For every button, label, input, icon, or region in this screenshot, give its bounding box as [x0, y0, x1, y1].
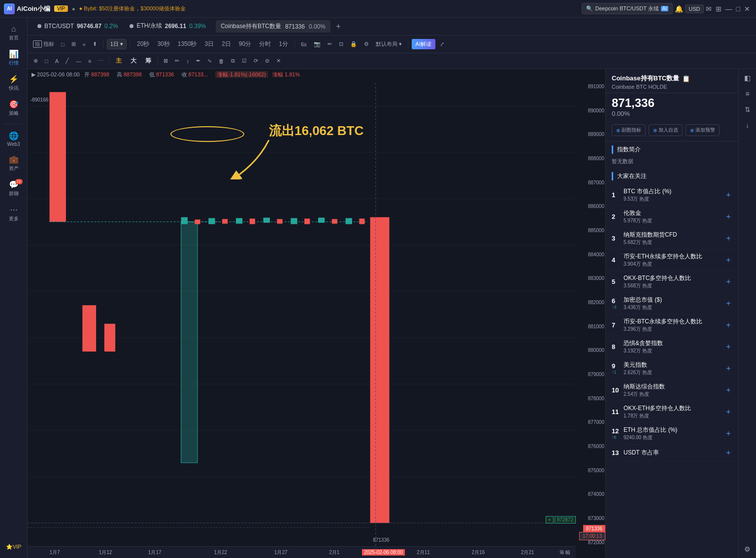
draw-copy[interactable]: ⧉ [228, 56, 238, 66]
mail-icon[interactable]: ✉ [704, 4, 714, 14]
draw-clear[interactable]: ✕ [273, 56, 284, 66]
action-add-alert[interactable]: ⊕ 添加预警 [686, 124, 720, 136]
ai-interpret-btn[interactable]: AI解读 [412, 39, 435, 49]
watch-add-11[interactable]: ＋ [724, 407, 732, 417]
watch-add-4[interactable]: ＋ [724, 255, 732, 265]
search-bar[interactable]: 🔍 Deepcoin BTC/USDT 永续 AI [582, 3, 673, 14]
sidebar-item-more[interactable]: ⋯ 更多 [2, 202, 26, 225]
sidebar-item-home[interactable]: ⌂ 首页 [2, 22, 26, 44]
close-icon[interactable]: ✕ [742, 4, 752, 14]
timeframe-1d-select[interactable]: 1日 ▾ [107, 39, 127, 49]
watch-add-12[interactable]: ＋ [724, 428, 732, 439]
watch-item-8[interactable]: 8 恐惧&贪婪指数 3.192万 热度 ＋ [606, 336, 738, 358]
watch-item-12[interactable]: 12 ↑6 ETH 总市值占比 (%) 9240.00 热度 ＋ [606, 423, 738, 445]
watch-add-5[interactable]: ＋ [724, 277, 732, 287]
far-right-settings-icon[interactable]: ⚙ [742, 543, 753, 555]
draw-hline[interactable]: — [73, 57, 84, 66]
grid-icon[interactable]: ⊞ [714, 4, 723, 14]
draw-filter[interactable]: ⊘ [262, 56, 272, 66]
maximize-icon[interactable]: □ [734, 4, 742, 14]
crop-btn[interactable]: ⊡ [336, 39, 346, 49]
tf-1min[interactable]: 1分 [276, 38, 291, 50]
draw-btn[interactable]: ✏ [325, 39, 334, 49]
minimize-icon[interactable]: — [723, 4, 734, 14]
camera-btn[interactable]: 📷 [311, 39, 323, 49]
watch-item-11[interactable]: 11 OKX-ETH多空持仓人数比 1.78万 热度 ＋ [606, 401, 738, 423]
tf-2d[interactable]: 2日 [219, 38, 234, 50]
draw-box[interactable]: ⊠ [161, 56, 171, 66]
action-add-watch[interactable]: ⊕ 加入自选 [649, 124, 683, 136]
watch-add-9[interactable]: ＋ [724, 363, 732, 374]
sidebar-item-assets[interactable]: 💼 资产 [2, 152, 26, 175]
watch-add-2[interactable]: ＋ [724, 211, 732, 222]
currency-btn[interactable]: USD [685, 4, 703, 13]
far-right-list-icon[interactable]: ≡ [743, 88, 751, 100]
draw-wave[interactable]: ∿ [204, 56, 215, 66]
draw-rotate[interactable]: ⟳ [251, 56, 261, 66]
tf-30s[interactable]: 30秒 [154, 38, 172, 50]
draw-rect[interactable]: □ [42, 57, 51, 66]
draw-arrow[interactable]: ↕ [183, 57, 192, 66]
draw-main[interactable]: 主 [112, 55, 126, 67]
watch-item-5[interactable]: 5 OKX-BTC多空持仓人数比 3.568万 热度 ＋ [606, 271, 738, 293]
watch-item-10[interactable]: 10 纳斯达综合指数 2.54万 热度 ＋ [606, 380, 738, 401]
tab-add-btn[interactable]: ＋ [330, 21, 346, 32]
tf-3d[interactable]: 3日 [201, 38, 217, 50]
tf-90min[interactable]: 90分 [236, 38, 254, 50]
watch-item-2[interactable]: 2 伦敦金 5.978万 热度 ＋ [606, 206, 738, 228]
watch-add-8[interactable]: ＋ [724, 342, 732, 352]
draw-line[interactable]: ╱ [63, 56, 72, 66]
draw-parallel[interactable]: ≡ [85, 57, 94, 66]
watch-add-3[interactable]: ＋ [724, 233, 732, 244]
tf-1350s[interactable]: 1350秒 [175, 38, 200, 50]
draw-pencil[interactable]: ✏ [172, 56, 182, 66]
symbol-tab-btc[interactable]: BTC/USDT 96746.87 0.2% [32, 18, 124, 35]
sidebar-item-market[interactable]: 📊 行情 [2, 46, 26, 70]
watch-item-4[interactable]: 4 币安-ETH永续多空持仓人数比 3.904万 热度 ＋ [606, 249, 738, 271]
toolbar-chart-type[interactable]: ⬆ [90, 39, 99, 49]
draw-big[interactable]: 大 [127, 55, 140, 67]
speed-btn[interactable]: 6s [298, 40, 309, 49]
draw-text[interactable]: A [52, 57, 62, 66]
toolbar-grid[interactable]: ⊞ [69, 39, 78, 49]
draw-chips[interactable]: 筹 [141, 55, 155, 67]
settings2-btn[interactable]: ⚙ [362, 39, 371, 49]
sidebar-item-web3[interactable]: 🌐 Web3 [2, 128, 26, 150]
draw-crosshair[interactable]: ⊕ [31, 56, 41, 66]
tf-20s[interactable]: 20秒 [134, 38, 152, 50]
watch-item-13[interactable]: 13 USDT 市占率 ＋ [606, 445, 738, 461]
watch-add-13[interactable]: ＋ [724, 448, 732, 458]
watch-item-7[interactable]: 7 币安-BTC永续多空持仓人数比 3.296万 热度 ＋ [606, 314, 738, 336]
sidebar-item-strategy[interactable]: 🎯 策略 [2, 97, 26, 120]
watch-add-7[interactable]: ＋ [724, 320, 732, 330]
watch-add-10[interactable]: ＋ [724, 385, 732, 395]
watch-item-3[interactable]: 3 纳斯克指数期货CFD 5.682万 热度 ＋ [606, 228, 738, 249]
far-right-chart-icon[interactable]: ⇅ [743, 104, 753, 115]
sidebar-item-news[interactable]: ⚡ 快讯 [2, 71, 26, 95]
symbol-tab-eth[interactable]: ETH/永续 2696.11 0.39% [124, 18, 212, 35]
vip-bottom[interactable]: ⭐VIP [6, 543, 22, 554]
far-right-layout-icon[interactable]: ◧ [742, 72, 753, 84]
draw-delete[interactable]: 🗑 [216, 57, 227, 66]
vip-badge[interactable]: VIP [54, 5, 68, 12]
watch-item-1[interactable]: 1 BTC 市值占比 (%) 9.53万 热度 ＋ [606, 184, 738, 206]
share-btn[interactable]: ⤤ [437, 39, 447, 49]
watch-item-9[interactable]: 9 ↑1 美元指数 2.626万 热度 ＋ [606, 358, 738, 380]
active-tab-box[interactable]: Coinbase持有BTC数量 871336 0.00% [216, 20, 330, 33]
watch-item-6[interactable]: 6 ↑3 加密总市值 ($) 3.436万 热度 ＋ [606, 293, 738, 314]
draw-check[interactable]: ☑ [239, 56, 250, 66]
lock-btn[interactable]: 🔒 [348, 39, 360, 49]
action-sub-indicator[interactable]: ⊕ 副图指标 [612, 124, 646, 136]
watch-add-6[interactable]: ＋ [724, 298, 732, 309]
sidebar-item-chat[interactable]: 💬 群聊 72 [2, 177, 26, 200]
toolbar-indicator[interactable]: 指 指标 [31, 39, 57, 49]
toolbar-back[interactable]: « [80, 40, 88, 49]
watch-add-1[interactable]: ＋ [724, 190, 732, 200]
layout-btn[interactable]: 默认布局 ▾ [373, 39, 404, 49]
far-right-down-icon[interactable]: ↓ [744, 119, 751, 131]
draw-more[interactable]: ⋯ [95, 56, 106, 66]
toolbar-save[interactable]: □ [59, 40, 67, 49]
notification-icon[interactable]: 🔔 [673, 4, 685, 14]
draw-pencil2[interactable]: ✒ [193, 56, 203, 66]
tf-minute[interactable]: 分时 [256, 38, 274, 50]
